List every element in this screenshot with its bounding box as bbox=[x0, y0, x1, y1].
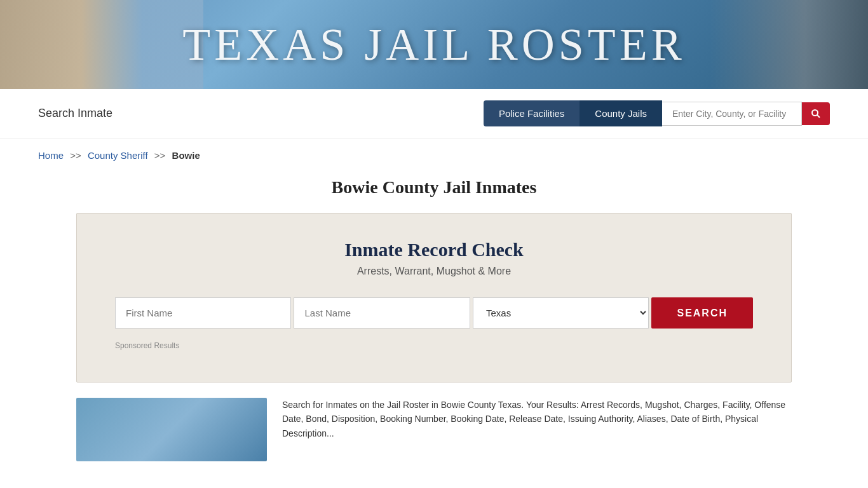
search-inmate-label: Search Inmate bbox=[38, 107, 112, 120]
breadcrumb-home[interactable]: Home bbox=[38, 150, 64, 161]
state-select[interactable]: AlabamaAlaskaArizonaArkansasCaliforniaCo… bbox=[473, 297, 649, 329]
breadcrumb-separator-1: >> bbox=[70, 150, 81, 161]
search-icon bbox=[811, 109, 821, 119]
facility-search-input[interactable] bbox=[662, 102, 802, 126]
facility-search-button[interactable] bbox=[802, 102, 830, 125]
page-title: Bowie County Jail Inmates bbox=[0, 177, 868, 198]
description-text: Search for Inmates on the Jail Roster in… bbox=[282, 398, 792, 461]
header-banner: TEXAS JAIL ROSTER bbox=[0, 0, 868, 89]
record-check-subtitle: Arrests, Warrant, Mugshot & More bbox=[115, 266, 753, 277]
last-name-input[interactable] bbox=[294, 297, 470, 329]
sponsored-label: Sponsored Results bbox=[115, 341, 753, 350]
banner-title: TEXAS JAIL ROSTER bbox=[182, 18, 685, 71]
record-search-button[interactable]: SEARCH bbox=[651, 297, 753, 329]
nav-right: Police Facilities County Jails bbox=[484, 100, 830, 126]
svg-line-1 bbox=[817, 115, 820, 118]
page-title-section: Bowie County Jail Inmates bbox=[0, 167, 868, 213]
county-jails-button[interactable]: County Jails bbox=[580, 100, 662, 126]
breadcrumb-current: Bowie bbox=[172, 150, 200, 161]
search-row: AlabamaAlaskaArizonaArkansasCaliforniaCo… bbox=[115, 297, 753, 329]
first-name-input[interactable] bbox=[115, 297, 291, 329]
record-check-box: Inmate Record Check Arrests, Warrant, Mu… bbox=[76, 213, 792, 383]
breadcrumb-separator-2: >> bbox=[154, 150, 166, 161]
record-check-title: Inmate Record Check bbox=[115, 239, 753, 261]
breadcrumb: Home >> County Sheriff >> Bowie bbox=[0, 139, 868, 167]
police-facilities-button[interactable]: Police Facilities bbox=[484, 100, 580, 126]
nav-bar: Search Inmate Police Facilities County J… bbox=[0, 89, 868, 139]
breadcrumb-county-sheriff[interactable]: County Sheriff bbox=[88, 150, 148, 161]
bottom-section: Search for Inmates on the Jail Roster in… bbox=[0, 398, 868, 474]
capitol-background bbox=[0, 0, 203, 89]
county-thumbnail bbox=[76, 398, 267, 461]
keys-background bbox=[709, 0, 868, 89]
svg-point-0 bbox=[812, 110, 818, 116]
